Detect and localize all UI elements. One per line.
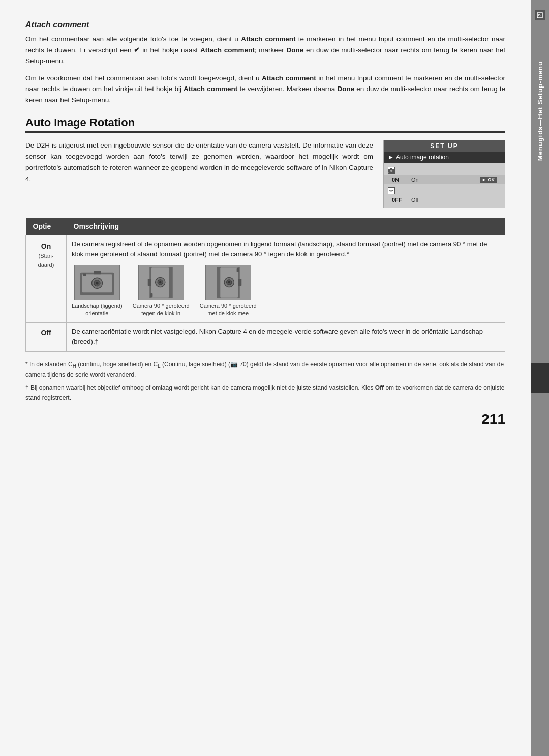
table-row-on: On (Stan-daard) De camera registreert of… (26, 235, 505, 322)
side-tab-label: Menugids—Het Setup-menu (536, 61, 544, 161)
svg-rect-22 (238, 279, 241, 286)
option-on-sub: (Stan-daard) (31, 252, 61, 269)
auto-image-rotation-section: Auto Image Rotation De D2H is uitgerust … (25, 116, 505, 208)
camera-menu-header: SET UP (384, 140, 505, 152)
landscape-caption: Landschap (liggend)oriëntatie (72, 302, 123, 318)
option-on-description: De camera registreert of de opnamen word… (67, 235, 505, 322)
on-desc-text: De camera registreert of de opnamen word… (72, 239, 500, 259)
on-label: 0N (392, 177, 407, 183)
footnote-1: * In de standen CH (continu, hoge snelhe… (25, 360, 505, 381)
svg-point-18 (159, 281, 161, 283)
side-tab-icon (535, 10, 545, 20)
ok-badge: ► OK (480, 177, 497, 183)
col-optie-header: Optie (26, 218, 67, 235)
camera-icon (388, 167, 395, 174)
camera-menu: SET UP ► Auto image rotation (383, 140, 505, 208)
image-portrait-cw: Camera 90 ° geroteerdmet de klok mee (200, 265, 257, 318)
portrait-ccw-thumb (138, 265, 184, 300)
svg-point-25 (228, 281, 230, 283)
section-description: De D2H is uitgerust met een ingebouwde s… (25, 140, 373, 208)
camera-menu-icon-row (384, 166, 505, 175)
attach-comment-para1: Om het commentaar aan alle volgende foto… (25, 34, 505, 67)
side-tab: Menugids—Het Setup-menu (531, 0, 549, 756)
svg-point-5 (390, 169, 393, 172)
off-label: 0FF (392, 197, 407, 203)
svg-rect-0 (537, 13, 542, 18)
camera-menu-arrow-icon: ► (388, 154, 394, 161)
main-content: Attach comment Om het commentaar aan all… (0, 0, 531, 756)
table-row-off: Off De cameraoriëntatie wordt niet vastg… (26, 322, 505, 351)
pen-icon: ✏ (388, 187, 395, 194)
option-off-description: De cameraoriëntatie wordt niet vastgeleg… (67, 322, 505, 351)
dark-decoration (531, 363, 549, 393)
camera-menu-body: 0N On ► OK ✏ 0FF Off (384, 163, 505, 208)
portrait-cw-caption: Camera 90 ° geroteerdmet de klok mee (200, 302, 257, 318)
svg-rect-8 (94, 271, 101, 274)
svg-rect-15 (147, 279, 151, 286)
option-off-label: Off (41, 329, 51, 337)
camera-menu-row-off: 0FF Off (384, 195, 505, 205)
attach-comment-para2: Om te voorkomen dat het commentaar aan f… (25, 73, 505, 106)
svg-rect-4 (390, 168, 392, 169)
page-number: 211 (25, 411, 505, 427)
camera-images-row: Landschap (liggend)oriëntatie (72, 265, 500, 318)
portrait-cw-thumb (205, 265, 251, 300)
svg-point-11 (96, 282, 98, 284)
image-portrait-ccw: Camera 90 ° geroteerdtegen de klok in (133, 265, 190, 318)
options-table: Optie Omschrijving On (Stan-daard) De ca… (25, 218, 505, 352)
camera-menu-selected-item: ► Auto image rotation (384, 152, 505, 163)
camera-menu-pen-row: ✏ (384, 186, 505, 195)
col-omschrijving-header: Omschrijving (67, 218, 505, 235)
landscape-thumb (74, 265, 120, 300)
page: Menugids—Het Setup-menu Attach comment O… (0, 0, 549, 756)
svg-rect-19 (150, 293, 152, 297)
section-title: Auto Image Rotation (25, 116, 505, 133)
attach-comment-title: Attach comment (25, 20, 505, 30)
camera-menu-row-on: 0N On ► OK (384, 175, 505, 184)
attach-comment-section: Attach comment Om het commentaar aan all… (25, 20, 505, 106)
option-on-label: On (41, 242, 51, 250)
svg-rect-12 (83, 273, 86, 275)
svg-rect-26 (236, 268, 238, 272)
two-column: De D2H is uitgerust met een ingebouwde s… (25, 140, 505, 208)
portrait-ccw-caption: Camera 90 ° geroteerdtegen de klok in (133, 302, 190, 318)
off-value: Off (411, 197, 497, 203)
image-landscape: Landschap (liggend)oriëntatie (72, 265, 123, 318)
footnotes: * In de standen CH (continu, hoge snelhe… (25, 360, 505, 403)
footnote-2: † Bij opnamen waarbij het objectief omho… (25, 383, 505, 402)
on-value: On (411, 177, 476, 183)
